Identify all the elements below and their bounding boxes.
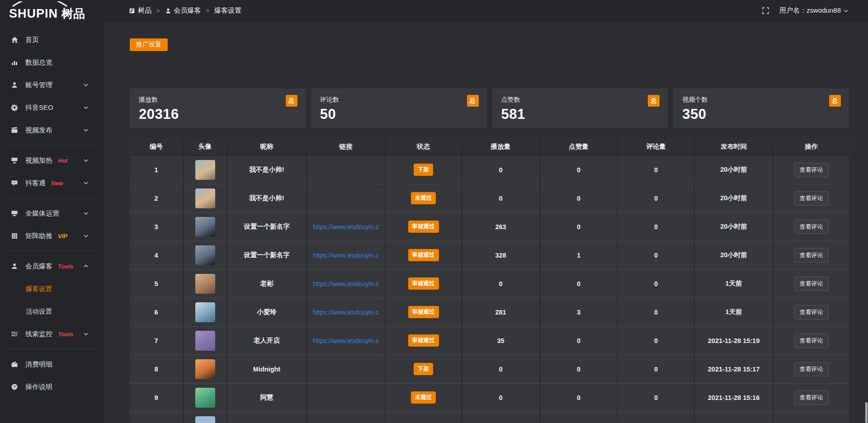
cell-likes: 0 (540, 383, 618, 412)
view-comments-button[interactable]: 查看评论 (794, 163, 829, 177)
cell-action: 查看评论 (773, 383, 849, 412)
video-link[interactable]: https://www.iesdouyin.c (307, 280, 385, 287)
home-icon (10, 36, 19, 44)
sidebar-subitem[interactable]: 爆客设置 (0, 277, 104, 300)
chevron-down-icon (81, 210, 90, 216)
cell-avatar (183, 355, 227, 383)
video-icon (10, 127, 19, 134)
sidebar-divider (6, 349, 98, 349)
cell-publish-time: 20小时前 (694, 184, 773, 212)
cell-link: https://www.iesdouyin.c (307, 241, 385, 269)
sidebar-item-7[interactable]: 抖客通New (0, 172, 104, 194)
breadcrumb-item-2[interactable]: 爆客设置 (214, 6, 241, 15)
sidebar-item-13[interactable]: 线索监控Tools (0, 323, 104, 345)
sidebar-item-label: 首页 (25, 36, 39, 44)
breadcrumb-separator: > (156, 7, 160, 14)
sidebar-item-2[interactable]: 账号管理 (0, 74, 104, 96)
total-badge: 总 (467, 95, 479, 107)
sidebar-item-tag: Hot (58, 157, 68, 164)
cell-avatar (183, 184, 227, 212)
video-link[interactable]: https://www.iesdouyin.c (307, 309, 385, 316)
table-row: 9阿慧未通过0002021-11-28 15:16查看评论 (130, 383, 849, 412)
view-comments-button[interactable]: 查看评论 (794, 390, 829, 405)
sidebar-item-4[interactable]: 视频发布 (0, 119, 104, 141)
cell-action: 查看评论 (773, 155, 849, 184)
user-menu[interactable]: 用户名：zswodun88 (779, 6, 849, 15)
status-badge: 未通过 (411, 391, 436, 404)
promo-settings-button[interactable]: 推广设置 (130, 38, 168, 51)
avatar (195, 388, 215, 408)
breadcrumb-item-0[interactable]: 树品 (129, 6, 151, 15)
sidebar-item-label: 抖音SEO (25, 103, 53, 112)
view-comments-button[interactable]: 查看评论 (794, 362, 829, 376)
avatar (195, 359, 215, 379)
view-comments-button[interactable]: 查看评论 (794, 220, 829, 234)
table-row: 5老彬https://www.iesdouyin.c审核通过0001天前查看评论 (130, 269, 849, 298)
sidebar-item-15[interactable]: 消费明细 (0, 353, 104, 376)
breadcrumb-label: 爆客设置 (214, 6, 241, 15)
cell-publish-time: 2021-11-28 15:17 (694, 355, 773, 383)
chevron-down-icon (81, 233, 90, 239)
breadcrumb-item-1[interactable]: 会员爆客 (165, 6, 201, 15)
sidebar-item-label: 视频发布 (25, 126, 52, 135)
video-link[interactable]: https://www.iesdouyin.c (307, 252, 385, 259)
cell-publish-time: 1天前 (694, 298, 773, 326)
cell-no: 4 (130, 241, 183, 269)
chart-icon (10, 59, 19, 66)
topbar: 树品>会员爆客>爆客设置 用户名：zswodun88 (104, 0, 868, 21)
cell-likes: 0 (540, 269, 618, 298)
sidebar-item-16[interactable]: ?操作说明 (0, 376, 104, 398)
fullscreen-icon[interactable] (762, 7, 769, 14)
sidebar-item-1[interactable]: 数据总览 (0, 51, 104, 74)
stat-card-value: 350 (682, 106, 840, 122)
sidebar-item-label: 操作说明 (25, 383, 52, 391)
view-comments-button[interactable]: 查看评论 (794, 334, 829, 348)
cell-status: 审核通过 (385, 212, 462, 241)
total-badge: 总 (829, 95, 841, 107)
cell-comments: 0 (618, 241, 694, 269)
cell-avatar (183, 241, 227, 269)
cell-likes: 0 (540, 155, 618, 184)
table-header-cell: 头像 (183, 138, 227, 155)
table-row: 1我不是小帅!下架00020小时前查看评论 (130, 155, 849, 184)
status-badge: 下架 (414, 164, 433, 176)
breadcrumb-label: 会员爆客 (174, 6, 201, 15)
cell-status (385, 412, 462, 423)
chevron-down-icon (81, 331, 90, 337)
cell-nickname: 小爱玲 (227, 298, 307, 326)
sidebar-subitem[interactable]: 活动设置 (0, 300, 104, 323)
topbar-right: 用户名：zswodun88 (762, 6, 849, 15)
stat-card-2: 点赞数581总 (492, 89, 668, 128)
view-comments-button[interactable]: 查看评论 (794, 277, 829, 291)
cell-comments: 0 (618, 355, 694, 383)
page-scrollbar-thumb[interactable] (865, 402, 868, 423)
sidebar-item-3[interactable]: 抖音SEO (0, 96, 104, 119)
table-header-cell: 链接 (307, 138, 385, 155)
cell-link: https://www.iesdouyin.c (307, 269, 385, 298)
table-row: 2我不是小帅!未通过00020小时前查看评论 (130, 184, 849, 212)
view-comments-button[interactable]: 查看评论 (794, 248, 829, 263)
sidebar-item-10[interactable]: 矩阵助推VIP (0, 225, 104, 247)
cell-comments: 0 (618, 383, 694, 412)
cell-plays: 35 (462, 326, 540, 355)
sidebar-item-label: 线索监控 (25, 330, 52, 338)
cell-likes: 0 (540, 326, 618, 355)
video-table: 编号头像昵称链接状态播放量点赞量评论量发布时间操作 1我不是小帅!下架00020… (130, 138, 849, 423)
sidebar-item-6[interactable]: 视频加热Hot (0, 149, 104, 172)
video-link[interactable]: https://www.iesdouyin.c (307, 223, 385, 230)
view-comments-button[interactable]: 查看评论 (794, 305, 829, 320)
sidebar-item-9[interactable]: 全媒体运营 (0, 202, 104, 225)
sidebar-item-0[interactable]: 首页 (0, 28, 104, 51)
stat-card-3: 视频个数350总 (673, 89, 849, 128)
logo-arc (11, 1, 69, 7)
cell-nickname: 阿慧 (227, 383, 307, 412)
cell-publish-time: 20小时前 (694, 241, 773, 269)
view-comments-button[interactable]: 查看评论 (794, 191, 829, 206)
table-header-cell: 状态 (385, 138, 462, 155)
stat-card-1: 评论数50总 (311, 89, 487, 128)
logo[interactable]: SHUPIN树品 (0, 0, 104, 22)
video-link[interactable]: https://www.iesdouyin.c (307, 337, 385, 344)
svg-text:?: ? (13, 385, 16, 389)
sidebar-item-12[interactable]: 会员爆客Tools (0, 255, 104, 277)
cell-no: 7 (130, 326, 183, 355)
